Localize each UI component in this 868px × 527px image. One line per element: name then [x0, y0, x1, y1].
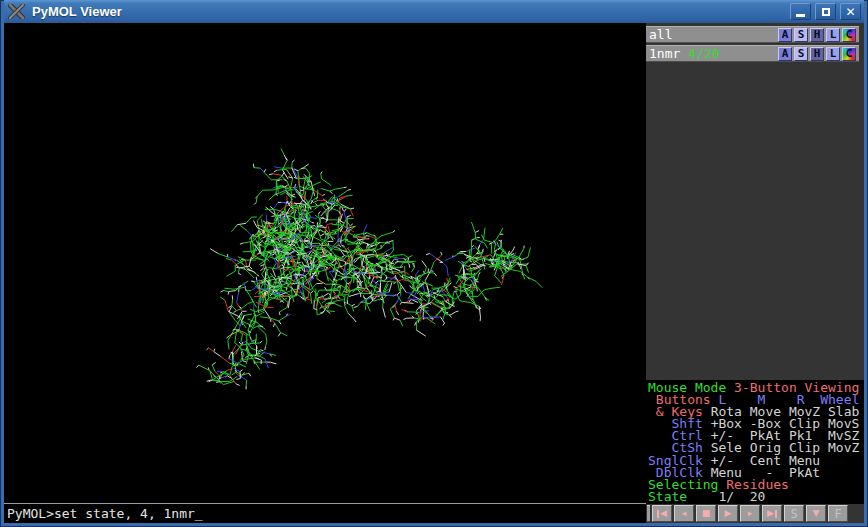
- titlebar[interactable]: PyMOL Viewer ✕: [4, 0, 864, 23]
- mouse-panel: Mouse Mode 3-Button Viewing Buttons L M …: [646, 380, 864, 504]
- sidebar: allASHLC1nmr4/20ASHLC Mouse Mode 3-Butto…: [646, 23, 864, 523]
- object-a-menu-button[interactable]: A: [778, 47, 792, 61]
- x11-logo-icon: [8, 4, 25, 19]
- vcr-step-back-button[interactable]: ◂: [674, 505, 694, 522]
- vcr-bar-icon: [657, 510, 659, 518]
- command-input[interactable]: set state, 4, 1nmr: [54, 506, 195, 521]
- vcr-go-to-end-button[interactable]: ▶: [762, 505, 782, 522]
- object-list: allASHLC1nmr4/20ASHLC: [646, 23, 864, 64]
- mouse-panel-text: State: [648, 489, 695, 504]
- command-prompt: PyMOL>: [7, 506, 54, 521]
- object-h-menu-button[interactable]: H: [810, 47, 824, 61]
- object-row-1nmr[interactable]: 1nmr4/20ASHLC: [646, 45, 859, 62]
- step-back-icon: ◂: [682, 509, 687, 518]
- vcr-bar-icon: [775, 510, 777, 518]
- viewport: PyMOL>set state, 4, 1nmr_: [4, 23, 646, 523]
- go-to-start-icon: ◀: [660, 509, 667, 518]
- object-l-menu-button[interactable]: L: [826, 47, 840, 61]
- object-menu-buttons: ASHLC: [778, 28, 856, 42]
- minimize-icon: [796, 14, 805, 17]
- mouse-panel-row[interactable]: State 1/ 20: [648, 491, 864, 503]
- minimize-button[interactable]: [790, 3, 811, 20]
- object-name[interactable]: all: [646, 27, 672, 42]
- object-s-menu-button[interactable]: S: [794, 28, 808, 42]
- vcr-play-button[interactable]: ▶: [718, 505, 738, 522]
- window-controls: ✕: [790, 3, 861, 20]
- vcr-stop-button[interactable]: ■: [696, 505, 716, 522]
- object-c-menu-button[interactable]: C: [842, 28, 856, 42]
- object-s-menu-button[interactable]: S: [794, 47, 808, 61]
- viewport-3d[interactable]: [4, 23, 646, 503]
- scene-s-icon: S: [790, 508, 797, 520]
- maximize-button[interactable]: [815, 3, 836, 20]
- pymol-window: PyMOL Viewer ✕ PyMOL>set state, 4, 1nmr_…: [0, 0, 868, 527]
- close-icon: ✕: [845, 6, 855, 18]
- go-to-end-icon: ▶: [767, 509, 774, 518]
- object-l-menu-button[interactable]: L: [826, 28, 840, 42]
- stop-icon: ■: [702, 509, 711, 518]
- vcr-rock-button[interactable]: ▼: [806, 505, 826, 522]
- vcr-divider: [647, 505, 650, 522]
- object-c-menu-button[interactable]: C: [842, 47, 856, 61]
- vcr-scene-s-button[interactable]: S: [784, 505, 804, 522]
- mouse-panel-text: 1/ 20: [695, 489, 765, 504]
- window-title: PyMOL Viewer: [32, 4, 122, 19]
- fullscreen-f-icon: F: [834, 508, 841, 520]
- play-icon: ▶: [725, 509, 732, 518]
- object-h-menu-button[interactable]: H: [810, 28, 824, 42]
- object-a-menu-button[interactable]: A: [778, 28, 792, 42]
- vcr-fullscreen-f-button[interactable]: F: [828, 505, 848, 522]
- object-menu-buttons: ASHLC: [778, 47, 856, 61]
- object-name[interactable]: 1nmr: [646, 46, 680, 61]
- vcr-go-to-start-button[interactable]: ◀: [652, 505, 672, 522]
- command-cursor: _: [195, 506, 203, 521]
- vcr-step-forward-button[interactable]: ▸: [740, 505, 760, 522]
- object-row-all[interactable]: allASHLC: [646, 26, 859, 43]
- maximize-icon: [822, 8, 830, 16]
- close-button[interactable]: ✕: [840, 3, 861, 20]
- molecule-svg: [4, 23, 646, 503]
- vcr-controls: ◀◂■▶▸▶S▼F: [646, 504, 864, 523]
- command-line[interactable]: PyMOL>set state, 4, 1nmr_: [4, 503, 646, 523]
- step-forward-icon: ▸: [748, 509, 753, 518]
- main-content: PyMOL>set state, 4, 1nmr_ allASHLC1nmr4/…: [4, 23, 864, 523]
- object-state-count: 4/20: [688, 46, 719, 61]
- rock-icon: ▼: [813, 509, 820, 518]
- sidebar-spacer: [646, 64, 864, 380]
